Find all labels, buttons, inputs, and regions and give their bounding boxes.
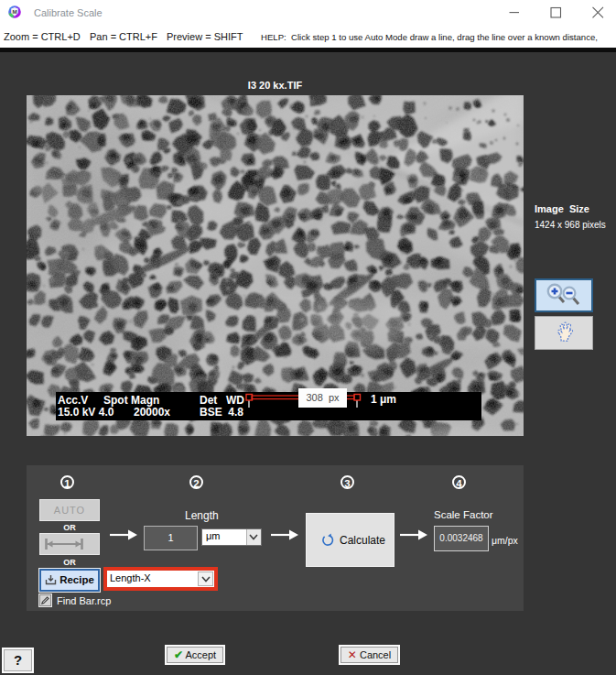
svg-text:M: M	[12, 8, 16, 15]
